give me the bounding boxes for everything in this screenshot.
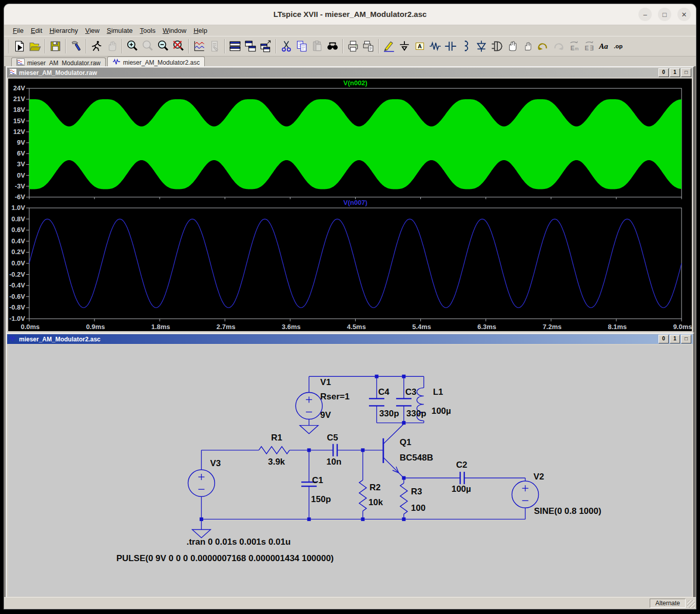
toolbar-place-inductor-button[interactable] [458,39,474,54]
toolbar-undo-button[interactable] [535,39,551,54]
toolbar-zoom-in-button[interactable] [125,39,140,54]
open-file-icon [28,40,42,53]
toolbar-draw-wire-button[interactable] [381,39,397,54]
toolbar-copy-button[interactable] [294,39,309,54]
svg-text:0.0V: 0.0V [11,259,25,267]
label-R3-1: 100 [411,503,425,513]
junction-dot [361,517,364,521]
menu-hierarchy[interactable]: Hierarchy [46,26,82,35]
junction-dot [361,448,364,452]
toolbar-save-button[interactable] [48,39,63,54]
svg-text:0V: 0V [17,171,25,179]
menu-bar: FileEditHierarchyViewSimulateToolsWindow… [4,25,696,36]
label-C2-1: 100µ [452,484,471,494]
schematic-window-titlebar[interactable]: mieser_AM_Modulator2.asc 01□ [7,334,693,344]
label-V2-1: SINE(0 0.8 1000) [534,506,601,516]
toolbar-paste-button[interactable] [309,39,325,54]
pane-button-0[interactable]: 0 [658,68,669,77]
label-R2-0: R2 [370,483,381,492]
label-C4-1: 330p [379,409,399,418]
schematic-window-title: mieser_AM_Modulator2.asc [19,336,101,343]
label-R2-1: 10k [368,497,383,507]
menu-edit[interactable]: Edit [27,26,46,35]
menu-window[interactable]: Window [159,26,190,35]
toolbar-new-schematic-button[interactable] [12,39,27,54]
svg-text:-1.0V: -1.0V [9,315,25,322]
toolbar-drag-button[interactable] [520,39,535,54]
pane-button-□[interactable]: □ [681,68,691,77]
toolbar-find-button[interactable] [325,39,340,54]
junction-dot [402,421,405,425]
toolbar-halt-simulation-button[interactable] [104,39,120,54]
ltspice-window: LTspice XVII - mieser_AM_Modulator2.asc … [4,4,696,609]
minimize-button[interactable]: – [638,8,652,21]
rotate-icon: Em [567,40,580,53]
maximize-button[interactable]: □ [658,8,671,21]
toolbar-spice-netlist-button[interactable] [207,39,222,54]
place-ground-icon [398,40,411,53]
spice-directive-text-0: .tran 0 0.01s 0.001s 0.01u [186,537,290,547]
mdi-area: mieser_AM_Modulator.raw 01□ V(n002)V(n00… [4,66,696,598]
tab-label: mieser_AM_Modulator.raw [27,60,101,67]
svg-text:18V: 18V [13,106,25,113]
svg-text:15V: 15V [13,117,25,125]
toolbar-print-button[interactable] [345,39,361,54]
label-L1-0: L1 [433,387,443,397]
zoom-in-icon [126,40,139,53]
toolbar-mirror-button[interactable]: E∃ [581,39,597,54]
waveform-plot-area[interactable]: V(n002)V(n007)24V21V18V15V12V9V6V3V0V-3V… [8,79,692,331]
svg-text:12V: 12V [13,128,25,136]
junction-dot [375,375,378,378]
toolbar-plot-settings-button[interactable] [191,39,207,54]
place-capacitor-icon [444,40,457,53]
toolbar-zoom-back-button[interactable] [140,39,155,54]
schematic-canvas[interactable]: V1Rser=19VC4330pC3330pL1100µR13.9kC510nQ… [8,345,692,597]
toolbar-cascade-windows-button[interactable] [258,39,274,54]
toolbar-zoom-full-extents-button[interactable] [171,39,186,54]
svg-text:0.9ms: 0.9ms [86,323,105,331]
toolbar-place-capacitor-button[interactable] [443,39,458,54]
toolbar-run-simulation-button[interactable] [89,39,104,54]
svg-text:3.6ms: 3.6ms [282,323,301,331]
toolbar-zoom-out-button[interactable] [155,39,171,54]
menu-simulate[interactable]: Simulate [103,26,137,35]
toolbar-print-preview-button[interactable] [361,39,376,54]
toolbar-control-panel-button[interactable] [68,39,84,54]
resize-grip[interactable] [687,600,695,608]
menu-view[interactable]: View [82,26,103,35]
save-icon [49,40,62,53]
pane-button-0[interactable]: 0 [658,335,669,343]
toolbar-place-net-label-button[interactable]: A [412,39,427,54]
toolbar-rotate-button[interactable]: Em [566,39,581,54]
run-simulation-icon [90,40,103,53]
toolbar-tile-vertical-button[interactable] [243,39,258,54]
pane-button-□[interactable]: □ [681,335,691,343]
close-button[interactable]: ✕ [677,8,691,21]
pane-button-1[interactable]: 1 [670,335,680,343]
toolbar-spice-directive-button[interactable]: .op [612,39,628,54]
schematic-drawing: V1Rser=19VC4330pC3330pL1100µR13.9kC510nQ… [8,345,692,597]
waveform-window-buttons: 01□ [658,68,691,77]
toolbar-place-diode-button[interactable] [474,39,489,54]
toolbar-move-button[interactable] [504,39,520,54]
toolbar-open-file-button[interactable] [27,39,43,54]
toolbar-place-text-button[interactable]: Aa [597,39,612,54]
toolbar-place-ground-button[interactable] [397,39,412,54]
menu-file[interactable]: File [9,26,27,35]
schematic-window: mieser_AM_Modulator2.asc 01□ V1Rser=19VC… [6,333,694,599]
toolbar-separator [45,39,46,53]
pane-button-1[interactable]: 1 [670,68,680,77]
toolbar-place-component-button[interactable] [489,39,504,54]
toolbar-redo-button[interactable] [551,39,566,54]
toolbar-cut-button[interactable] [279,39,294,54]
menu-tools[interactable]: Tools [137,26,159,35]
toolbar-tile-horizontal-button[interactable] [227,39,243,54]
schematic-icon [9,335,17,343]
menu-help[interactable]: Help [190,26,211,35]
titlebar[interactable]: LTspice XVII - mieser_AM_Modulator2.asc … [4,4,696,25]
window-title: LTspice XVII - mieser_AM_Modulator2.asc [4,4,696,25]
waveform-window-titlebar[interactable]: mieser_AM_Modulator.raw 01□ [7,68,693,78]
svg-text:∃: ∃ [590,45,594,52]
toolbar-place-resistor-button[interactable] [427,39,443,54]
svg-text:0.8V: 0.8V [11,215,25,223]
